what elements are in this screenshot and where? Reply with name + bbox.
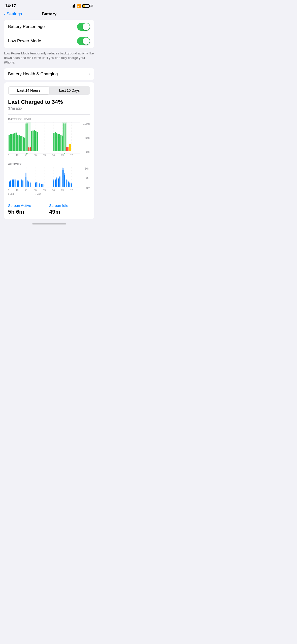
svg-rect-110 — [64, 173, 65, 175]
svg-rect-104 — [58, 178, 59, 179]
y-label-30m: 30m — [85, 177, 90, 180]
svg-rect-14 — [13, 134, 14, 151]
svg-rect-98 — [53, 179, 54, 180]
svg-rect-94 — [39, 183, 40, 187]
status-bar: 14:17 📶 33 — [0, 0, 98, 11]
low-power-description: Low Power Mode temporarily reduces backg… — [0, 50, 98, 68]
svg-rect-91 — [35, 183, 36, 187]
svg-rect-95 — [41, 184, 42, 187]
svg-rect-73 — [13, 179, 14, 180]
low-power-mode-toggle[interactable] — [77, 37, 90, 45]
svg-rect-31 — [37, 132, 38, 151]
screen-active-value: 5h 6m — [8, 209, 49, 215]
svg-text:21: 21 — [25, 154, 27, 156]
svg-rect-43 — [69, 144, 70, 151]
svg-rect-20 — [21, 136, 23, 151]
svg-rect-69 — [10, 180, 11, 181]
svg-rect-22 — [24, 138, 25, 151]
svg-rect-82 — [22, 180, 23, 187]
activity-y-axis: 60m 30m 0m — [80, 167, 90, 197]
svg-text:03: 03 — [43, 154, 46, 156]
svg-rect-86 — [27, 180, 28, 181]
svg-rect-12 — [10, 134, 11, 151]
svg-rect-42 — [67, 147, 69, 151]
svg-rect-11 — [9, 135, 10, 151]
battery-health-card[interactable]: Battery Health & Charging › — [4, 68, 94, 80]
y-label-0: 0% — [86, 150, 90, 153]
battery-level-label: BATTERY LEVEL — [8, 118, 90, 121]
svg-rect-78 — [18, 181, 19, 187]
svg-rect-70 — [12, 180, 13, 187]
svg-rect-114 — [68, 181, 69, 182]
svg-rect-25 — [28, 147, 29, 151]
svg-rect-75 — [15, 179, 16, 180]
svg-rect-39 — [63, 123, 64, 151]
screen-active-label: Screen Active — [8, 203, 49, 208]
battery-percent-label: 33 — [90, 4, 93, 8]
svg-rect-88 — [28, 181, 29, 182]
y-label-0m: 0m — [86, 186, 90, 189]
home-bar — [32, 223, 66, 224]
svg-rect-72 — [13, 180, 14, 187]
svg-rect-19 — [20, 136, 21, 151]
segment-10d[interactable]: Last 10 Days — [49, 87, 90, 94]
battery-health-row[interactable]: Battery Health & Charging › — [4, 68, 94, 80]
time-segmented-control[interactable]: Last 24 Hours Last 10 Days — [8, 86, 90, 95]
svg-rect-80 — [21, 180, 22, 187]
nav-bar: ‹ Settings Battery — [0, 11, 98, 20]
svg-rect-66 — [9, 182, 10, 187]
svg-rect-102 — [56, 177, 57, 178]
svg-rect-18 — [19, 135, 20, 151]
battery-health-label: Battery Health & Charging — [8, 72, 58, 77]
svg-rect-26 — [30, 147, 31, 151]
svg-rect-32 — [53, 133, 55, 151]
svg-text:6 Jan: 6 Jan — [8, 192, 14, 195]
battery-percentage-toggle[interactable] — [77, 23, 90, 31]
svg-rect-68 — [10, 181, 11, 187]
svg-rect-28 — [32, 131, 34, 151]
svg-rect-117 — [71, 183, 72, 187]
y-label-60m: 60m — [85, 167, 90, 170]
svg-rect-17 — [17, 135, 18, 151]
svg-rect-101 — [56, 178, 57, 187]
svg-rect-81 — [21, 179, 22, 180]
svg-rect-36 — [59, 134, 60, 151]
svg-text:12: 12 — [70, 189, 73, 191]
svg-rect-16 — [16, 133, 17, 151]
activity-chart-wrapper: 15 18 21 00 03 06 09 12 6 Jan 7 Jan 60m … — [8, 167, 90, 197]
svg-text:00: 00 — [34, 154, 37, 156]
activity-bars-svg: 15 18 21 00 03 06 09 12 6 Jan 7 Jan — [8, 167, 80, 196]
chevron-right-icon: › — [89, 72, 90, 76]
svg-rect-112 — [67, 179, 68, 180]
screen-idle-label: Screen Idle — [49, 203, 90, 208]
svg-rect-27 — [31, 131, 32, 151]
svg-rect-38 — [62, 136, 63, 151]
svg-rect-30 — [35, 131, 37, 151]
back-button[interactable]: ‹ Settings — [4, 12, 22, 17]
svg-text:09: 09 — [61, 189, 64, 191]
svg-rect-37 — [60, 135, 62, 151]
back-label: Settings — [7, 12, 22, 17]
svg-rect-85 — [27, 181, 28, 187]
svg-rect-40 — [64, 123, 66, 151]
svg-rect-29 — [34, 130, 35, 151]
y-label-100: 100% — [83, 122, 90, 125]
status-icons: 📶 33 — [71, 4, 93, 8]
signal-icon — [71, 5, 75, 8]
battery-settings-card: Battery Percentage Low Power Mode — [4, 20, 94, 48]
svg-point-46 — [64, 153, 65, 154]
battery-percentage-label: Battery Percentage — [8, 24, 45, 29]
svg-rect-21 — [23, 137, 24, 151]
svg-text:06: 06 — [52, 189, 55, 191]
svg-text:21: 21 — [25, 189, 27, 191]
segment-24h[interactable]: Last 24 Hours — [9, 87, 49, 94]
svg-rect-97 — [53, 180, 54, 187]
status-time: 14:17 — [5, 4, 16, 9]
svg-rect-108 — [62, 168, 64, 170]
toggle-knob — [83, 23, 90, 30]
svg-rect-106 — [59, 176, 60, 177]
svg-rect-44 — [70, 144, 71, 151]
svg-rect-116 — [70, 182, 71, 183]
svg-rect-105 — [59, 177, 60, 187]
svg-rect-24 — [27, 123, 28, 151]
